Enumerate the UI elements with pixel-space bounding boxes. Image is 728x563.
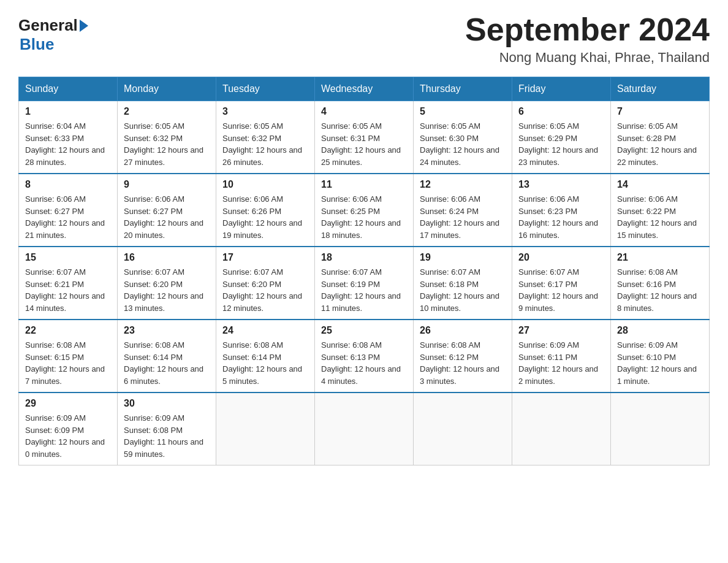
day-info: Sunrise: 6:08 AMSunset: 6:14 PMDaylight:… <box>222 339 308 387</box>
calendar-day-cell: 1Sunrise: 6:04 AMSunset: 6:33 PMDaylight… <box>19 101 118 174</box>
day-number: 6 <box>518 106 604 117</box>
day-number: 21 <box>617 252 703 263</box>
day-number: 1 <box>25 106 111 117</box>
day-number: 5 <box>420 106 506 117</box>
day-number: 14 <box>617 179 703 190</box>
calendar-day-cell: 23Sunrise: 6:08 AMSunset: 6:14 PMDayligh… <box>118 320 216 393</box>
day-info: Sunrise: 6:07 AMSunset: 6:19 PMDaylight:… <box>321 266 407 314</box>
page-header: General Blue September 2024 Nong Muang K… <box>18 12 710 66</box>
calendar-day-cell <box>315 393 414 465</box>
calendar-header-row: SundayMondayTuesdayWednesdayThursdayFrid… <box>19 77 710 101</box>
day-info: Sunrise: 6:09 AMSunset: 6:10 PMDaylight:… <box>617 339 703 387</box>
calendar-day-cell: 21Sunrise: 6:08 AMSunset: 6:16 PMDayligh… <box>611 247 710 320</box>
day-number: 9 <box>124 179 210 190</box>
calendar-day-cell <box>512 393 611 465</box>
calendar-day-cell: 17Sunrise: 6:07 AMSunset: 6:20 PMDayligh… <box>216 247 315 320</box>
day-info: Sunrise: 6:04 AMSunset: 6:33 PMDaylight:… <box>25 120 111 168</box>
day-number: 29 <box>25 398 111 409</box>
calendar-table: SundayMondayTuesdayWednesdayThursdayFrid… <box>18 77 710 465</box>
calendar-week-row: 1Sunrise: 6:04 AMSunset: 6:33 PMDaylight… <box>19 101 710 174</box>
day-info: Sunrise: 6:08 AMSunset: 6:15 PMDaylight:… <box>25 339 111 387</box>
page-title: September 2024 <box>465 12 710 47</box>
calendar-day-cell: 12Sunrise: 6:06 AMSunset: 6:24 PMDayligh… <box>414 174 512 247</box>
day-info: Sunrise: 6:08 AMSunset: 6:13 PMDaylight:… <box>321 339 407 387</box>
day-info: Sunrise: 6:06 AMSunset: 6:25 PMDaylight:… <box>321 193 407 241</box>
day-info: Sunrise: 6:06 AMSunset: 6:26 PMDaylight:… <box>222 193 308 241</box>
day-number: 28 <box>617 325 703 336</box>
calendar-day-cell: 5Sunrise: 6:05 AMSunset: 6:30 PMDaylight… <box>414 101 512 174</box>
calendar-day-cell: 15Sunrise: 6:07 AMSunset: 6:21 PMDayligh… <box>19 247 118 320</box>
day-info: Sunrise: 6:06 AMSunset: 6:23 PMDaylight:… <box>518 193 604 241</box>
calendar-day-cell: 22Sunrise: 6:08 AMSunset: 6:15 PMDayligh… <box>19 320 118 393</box>
day-number: 25 <box>321 325 407 336</box>
calendar-day-cell: 13Sunrise: 6:06 AMSunset: 6:23 PMDayligh… <box>512 174 611 247</box>
calendar-day-cell: 26Sunrise: 6:08 AMSunset: 6:12 PMDayligh… <box>414 320 512 393</box>
day-info: Sunrise: 6:07 AMSunset: 6:20 PMDaylight:… <box>222 266 308 314</box>
day-info: Sunrise: 6:05 AMSunset: 6:28 PMDaylight:… <box>617 120 703 168</box>
day-number: 13 <box>518 179 604 190</box>
calendar-week-row: 22Sunrise: 6:08 AMSunset: 6:15 PMDayligh… <box>19 320 710 393</box>
day-info: Sunrise: 6:05 AMSunset: 6:32 PMDaylight:… <box>222 120 308 168</box>
day-info: Sunrise: 6:06 AMSunset: 6:27 PMDaylight:… <box>124 193 210 241</box>
day-info: Sunrise: 6:09 AMSunset: 6:08 PMDaylight:… <box>124 412 210 460</box>
day-info: Sunrise: 6:06 AMSunset: 6:27 PMDaylight:… <box>25 193 111 241</box>
day-number: 17 <box>222 252 308 263</box>
calendar-day-cell <box>414 393 512 465</box>
calendar-day-header: Friday <box>512 77 611 101</box>
calendar-week-row: 8Sunrise: 6:06 AMSunset: 6:27 PMDaylight… <box>19 174 710 247</box>
day-info: Sunrise: 6:06 AMSunset: 6:22 PMDaylight:… <box>617 193 703 241</box>
day-info: Sunrise: 6:05 AMSunset: 6:31 PMDaylight:… <box>321 120 407 168</box>
calendar-day-cell <box>216 393 315 465</box>
calendar-day-header: Sunday <box>19 77 118 101</box>
day-info: Sunrise: 6:07 AMSunset: 6:21 PMDaylight:… <box>25 266 111 314</box>
day-number: 11 <box>321 179 407 190</box>
calendar-day-cell: 18Sunrise: 6:07 AMSunset: 6:19 PMDayligh… <box>315 247 414 320</box>
day-info: Sunrise: 6:08 AMSunset: 6:12 PMDaylight:… <box>420 339 506 387</box>
calendar-day-cell: 11Sunrise: 6:06 AMSunset: 6:25 PMDayligh… <box>315 174 414 247</box>
calendar-day-cell: 24Sunrise: 6:08 AMSunset: 6:14 PMDayligh… <box>216 320 315 393</box>
calendar-day-cell <box>611 393 710 465</box>
day-number: 10 <box>222 179 308 190</box>
day-number: 16 <box>124 252 210 263</box>
day-number: 20 <box>518 252 604 263</box>
day-number: 3 <box>222 106 308 117</box>
calendar-week-row: 15Sunrise: 6:07 AMSunset: 6:21 PMDayligh… <box>19 247 710 320</box>
calendar-day-header: Monday <box>118 77 216 101</box>
day-info: Sunrise: 6:07 AMSunset: 6:20 PMDaylight:… <box>124 266 210 314</box>
day-info: Sunrise: 6:05 AMSunset: 6:29 PMDaylight:… <box>518 120 604 168</box>
title-section: September 2024 Nong Muang Khai, Phrae, T… <box>465 12 710 66</box>
calendar-day-cell: 14Sunrise: 6:06 AMSunset: 6:22 PMDayligh… <box>611 174 710 247</box>
page-subtitle: Nong Muang Khai, Phrae, Thailand <box>465 50 710 66</box>
day-info: Sunrise: 6:07 AMSunset: 6:17 PMDaylight:… <box>518 266 604 314</box>
calendar-day-cell: 4Sunrise: 6:05 AMSunset: 6:31 PMDaylight… <box>315 101 414 174</box>
calendar-day-cell: 25Sunrise: 6:08 AMSunset: 6:13 PMDayligh… <box>315 320 414 393</box>
calendar-day-cell: 19Sunrise: 6:07 AMSunset: 6:18 PMDayligh… <box>414 247 512 320</box>
calendar-day-header: Wednesday <box>315 77 414 101</box>
day-number: 23 <box>124 325 210 336</box>
logo: General Blue <box>18 12 88 54</box>
calendar-day-cell: 7Sunrise: 6:05 AMSunset: 6:28 PMDaylight… <box>611 101 710 174</box>
calendar-day-cell: 20Sunrise: 6:07 AMSunset: 6:17 PMDayligh… <box>512 247 611 320</box>
day-number: 2 <box>124 106 210 117</box>
day-number: 26 <box>420 325 506 336</box>
calendar-day-header: Saturday <box>611 77 710 101</box>
logo-general-text: General <box>18 16 78 35</box>
day-info: Sunrise: 6:09 AMSunset: 6:09 PMDaylight:… <box>25 412 111 460</box>
calendar-day-cell: 6Sunrise: 6:05 AMSunset: 6:29 PMDaylight… <box>512 101 611 174</box>
day-number: 8 <box>25 179 111 190</box>
calendar-day-cell: 29Sunrise: 6:09 AMSunset: 6:09 PMDayligh… <box>19 393 118 465</box>
day-number: 18 <box>321 252 407 263</box>
calendar-day-cell: 28Sunrise: 6:09 AMSunset: 6:10 PMDayligh… <box>611 320 710 393</box>
logo-arrow-icon <box>80 20 88 32</box>
calendar-day-cell: 8Sunrise: 6:06 AMSunset: 6:27 PMDaylight… <box>19 174 118 247</box>
calendar-day-cell: 2Sunrise: 6:05 AMSunset: 6:32 PMDaylight… <box>118 101 216 174</box>
day-number: 4 <box>321 106 407 117</box>
calendar-day-cell: 30Sunrise: 6:09 AMSunset: 6:08 PMDayligh… <box>118 393 216 465</box>
day-info: Sunrise: 6:07 AMSunset: 6:18 PMDaylight:… <box>420 266 506 314</box>
calendar-day-cell: 3Sunrise: 6:05 AMSunset: 6:32 PMDaylight… <box>216 101 315 174</box>
day-number: 7 <box>617 106 703 117</box>
day-info: Sunrise: 6:09 AMSunset: 6:11 PMDaylight:… <box>518 339 604 387</box>
day-number: 30 <box>124 398 210 409</box>
day-info: Sunrise: 6:05 AMSunset: 6:32 PMDaylight:… <box>124 120 210 168</box>
day-number: 12 <box>420 179 506 190</box>
